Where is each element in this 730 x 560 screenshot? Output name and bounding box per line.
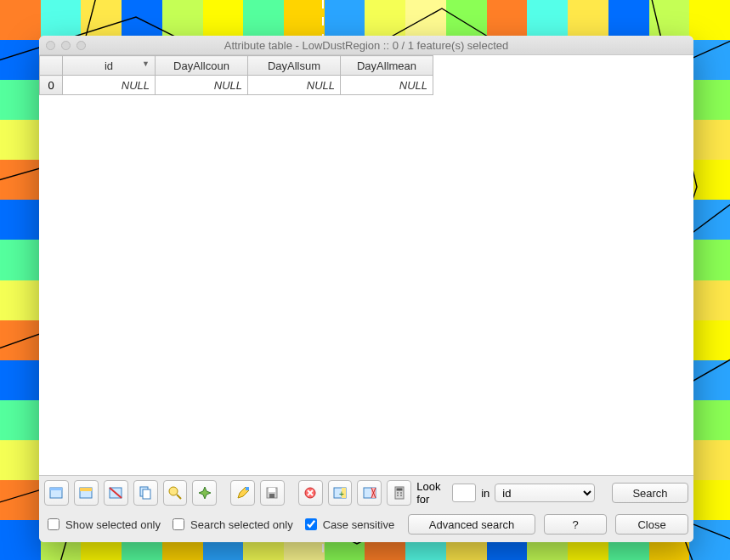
svg-rect-4 (80, 488, 92, 491)
close-window-icon[interactable] (46, 41, 55, 50)
show-selected-only-input[interactable] (48, 518, 59, 530)
svg-line-9 (177, 495, 181, 499)
cell[interactable]: NULL (248, 76, 341, 95)
column-header-dayallmean[interactable]: DayAllmean (341, 56, 433, 76)
column-header-id[interactable]: id ▼ (63, 56, 156, 76)
column-label: DayAllsum (268, 59, 320, 72)
svg-point-30 (400, 495, 402, 496)
svg-rect-13 (269, 488, 275, 492)
column-header-dayallcoun[interactable]: DayAllcoun (156, 56, 248, 76)
attribute-table[interactable]: id ▼ DayAllcoun DayAllsum DayAllmean (39, 55, 693, 476)
zoom-to-selected-icon (167, 485, 183, 501)
toolbar: + Look for in id Search (39, 476, 693, 510)
row-header[interactable]: 0 (40, 76, 63, 95)
pan-to-selected-button[interactable] (192, 480, 217, 506)
field-calculator-icon (392, 485, 407, 501)
in-label: in (481, 487, 489, 500)
svg-point-8 (169, 487, 178, 495)
delete-selected-icon (303, 485, 318, 501)
svg-point-29 (397, 495, 399, 496)
search-button[interactable]: Search (612, 483, 688, 503)
svg-point-27 (397, 492, 399, 494)
window-controls (46, 41, 86, 50)
show-selected-only-label: Show selected only (65, 518, 161, 531)
close-button[interactable]: Close (615, 514, 688, 535)
zoom-window-icon[interactable] (76, 41, 86, 50)
column-label: DayAllmean (357, 59, 416, 72)
svg-rect-14 (269, 494, 274, 498)
sort-indicator-icon: ▼ (142, 59, 150, 68)
delete-column-button[interactable] (357, 480, 382, 506)
svg-text:+: + (339, 489, 344, 499)
advanced-search-button[interactable]: Advanced search (408, 514, 535, 535)
column-label: DayAllcoun (173, 59, 229, 72)
invert-selection-button[interactable] (104, 480, 128, 506)
pan-to-selected-icon (197, 485, 212, 501)
search-selected-only-label: Search selected only (190, 518, 293, 531)
svg-rect-26 (396, 489, 402, 491)
attribute-table-window: Attribute table - LowDustRegion :: 0 / 1… (39, 36, 693, 542)
delete-column-icon (362, 485, 377, 501)
svg-rect-2 (50, 488, 62, 490)
cell[interactable]: NULL (156, 76, 248, 95)
invert-selection-icon (108, 485, 123, 501)
field-calculator-button[interactable] (387, 480, 411, 506)
save-edits-icon (264, 485, 280, 501)
toggle-editing-icon (235, 485, 251, 501)
case-sensitive-checkbox[interactable]: Case sensitive (302, 516, 395, 533)
svg-rect-11 (246, 487, 249, 490)
column-label: id (105, 59, 113, 72)
search-field-select[interactable]: id (495, 484, 595, 502)
unselect-all-icon (48, 485, 64, 501)
titlebar[interactable]: Attribute table - LowDustRegion :: 0 / 1… (39, 36, 693, 55)
move-selection-to-top-button[interactable] (74, 480, 99, 506)
column-header-dayallsum[interactable]: DayAllsum (248, 56, 341, 76)
unselect-all-button[interactable] (44, 480, 69, 506)
look-for-label: Look for (416, 480, 447, 506)
search-selected-only-checkbox[interactable]: Search selected only (169, 516, 293, 533)
copy-rows-icon (138, 485, 153, 501)
search-input[interactable] (452, 484, 476, 502)
cell[interactable]: NULL (341, 76, 433, 95)
new-column-icon: + (332, 485, 348, 501)
svg-marker-10 (199, 487, 211, 499)
zoom-to-selected-button[interactable] (163, 480, 188, 506)
move-selection-to-top-icon (78, 485, 93, 501)
show-selected-only-checkbox[interactable]: Show selected only (44, 516, 161, 533)
search-selected-only-input[interactable] (173, 518, 184, 530)
window-title: Attribute table - LowDustRegion :: 0 / 1… (39, 39, 693, 52)
save-edits-button[interactable] (260, 480, 285, 506)
toggle-editing-button[interactable] (230, 480, 255, 506)
table-row[interactable]: 0 NULL NULL NULL NULL (40, 76, 433, 95)
new-column-button[interactable]: + (328, 480, 353, 506)
case-sensitive-label: Case sensitive (323, 518, 395, 531)
cell[interactable]: NULL (63, 76, 156, 95)
svg-point-28 (400, 492, 402, 494)
copy-rows-button[interactable] (133, 480, 158, 506)
table-corner[interactable] (40, 56, 63, 76)
minimize-window-icon[interactable] (61, 41, 71, 50)
help-button[interactable]: ? (544, 514, 607, 535)
case-sensitive-input[interactable] (305, 518, 317, 530)
delete-selected-button[interactable] (298, 480, 323, 506)
options-row: Show selected only Search selected only … (39, 510, 693, 542)
svg-rect-7 (143, 489, 150, 499)
